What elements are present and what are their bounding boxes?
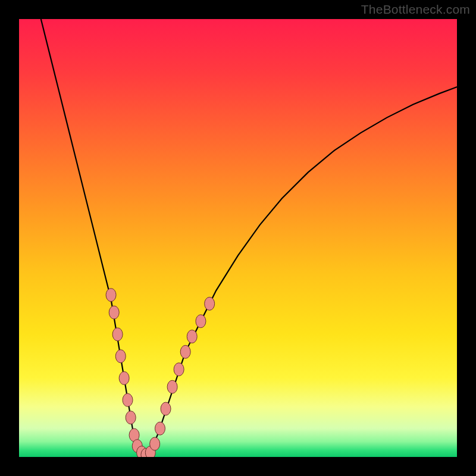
curve-marker — [155, 422, 165, 435]
plot-area — [19, 19, 457, 457]
curve-marker — [196, 315, 206, 328]
curve-marker — [150, 437, 160, 450]
curve-marker — [205, 297, 215, 310]
chart-svg — [19, 19, 457, 457]
curve-marker — [174, 363, 184, 376]
watermark-text: TheBottleneck.com — [361, 2, 470, 17]
curve-marker — [119, 372, 129, 385]
gradient-background — [19, 19, 457, 457]
curve-marker — [106, 289, 116, 302]
curve-marker — [167, 380, 177, 393]
curve-marker — [180, 345, 190, 358]
curve-marker — [109, 306, 119, 319]
curve-marker — [187, 330, 197, 343]
chart-frame: TheBottleneck.com — [0, 0, 476, 476]
curve-marker — [115, 350, 126, 363]
curve-marker — [123, 393, 133, 406]
curve-marker — [126, 411, 136, 424]
curve-marker — [112, 328, 123, 341]
curve-marker — [161, 402, 171, 415]
